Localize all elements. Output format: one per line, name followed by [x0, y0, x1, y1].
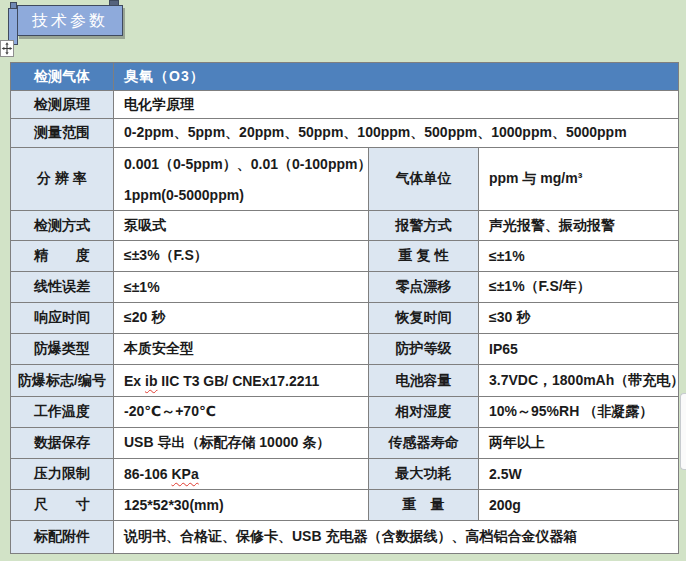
table-row: 工作温度 -20℃～+70℃ 相对湿度 10%～95%RH （非凝露） — [11, 397, 679, 428]
spec-value-cell: ≤±1% — [114, 272, 369, 303]
spec-label-cell: 防爆类型 — [11, 334, 114, 365]
spec-label-cell: 气体单位 — [369, 148, 479, 211]
spec-value-cell: 2.5W — [479, 459, 679, 490]
resolution-value: 0.001（0-5ppm）、0.01（0-100ppm） 1ppm(0-5000… — [124, 157, 362, 202]
table-row: 分 辨 率 0.001（0-5ppm）、0.01（0-100ppm） 1ppm(… — [11, 148, 679, 211]
document-page: { "banner": { "title": "技术参数" }, "colors… — [0, 0, 686, 561]
spec-value-cell: 200g — [479, 490, 679, 521]
spec-value-cell: 泵吸式 — [114, 211, 369, 241]
table-row: 精 度 ≤±3%（F.S） 重 复 性 ≤±1% — [11, 241, 679, 272]
spec-value-cell: IP65 — [479, 334, 679, 365]
spec-label-cell: 分 辨 率 — [11, 148, 114, 211]
spellcheck-flagged-text: KPa — [171, 466, 198, 482]
table-header-row: 检测气体 臭氧（O3） — [11, 63, 679, 91]
table-row: 防爆类型 本质安全型 防护等级 IP65 — [11, 334, 679, 365]
spec-value-cell: 本质安全型 — [114, 334, 369, 365]
spec-label-cell: 电池容量 — [369, 365, 479, 397]
spec-label-cell: 线性误差 — [11, 272, 114, 303]
spec-value-cell: -20℃～+70℃ — [114, 397, 369, 428]
table-row: 测量范围 0-2ppm、5ppm、20ppm、50ppm、100ppm、500p… — [11, 119, 679, 148]
spec-label-cell: 检测原理 — [11, 91, 114, 119]
spec-label-cell: 响应时间 — [11, 303, 114, 334]
header-value-cell: 臭氧（O3） — [114, 63, 679, 91]
spec-label-cell: 报警方式 — [369, 211, 479, 241]
spec-value-cell: ≤±1% — [479, 241, 679, 272]
table-row: 线性误差 ≤±1% 零点漂移 ≤±1%（F.S/年） — [11, 272, 679, 303]
spec-label-cell: 测量范围 — [11, 119, 114, 148]
spellcheck-flagged-text: ib — [145, 373, 157, 389]
move-handle-icon[interactable] — [0, 37, 14, 58]
spec-value-cell: 3.7VDC，1800mAh（带充电） — [479, 365, 679, 397]
table-row: 标配附件 说明书、合格证、保修卡、USB 充电器（含数据线）、高档铝合金仪器箱 — [11, 521, 679, 554]
spec-label-cell: 精 度 — [11, 241, 114, 272]
spec-label-cell: 恢复时间 — [369, 303, 479, 334]
resolution-line-1: 0.001（0-5ppm）、0.01（0-100ppm） — [124, 157, 362, 171]
spec-value-cell: ≤±1%（F.S/年） — [479, 272, 679, 303]
spec-label-cell: 检测方式 — [11, 211, 114, 241]
spec-value-cell: ≤±3%（F.S） — [114, 241, 369, 272]
spec-value-cell: 声光报警、振动报警 — [479, 211, 679, 241]
table-row: 压力限制 86-106 KPa 最大功耗 2.5W — [11, 459, 679, 490]
spec-value-cell: USB 导出（标配存储 10000 条） — [114, 428, 369, 459]
spec-value-cell: 两年以上 — [479, 428, 679, 459]
spec-label-cell: 最大功耗 — [369, 459, 479, 490]
spec-label-cell: 防爆标志/编号 — [11, 365, 114, 397]
spec-label-cell: 重 量 — [369, 490, 479, 521]
table-row: 响应时间 ≤20 秒 恢复时间 ≤30 秒 — [11, 303, 679, 334]
table-row: 检测原理 电化学原理 — [11, 91, 679, 119]
spec-label-cell: 重 复 性 — [369, 241, 479, 272]
spec-value-cell: 125*52*30(mm) — [114, 490, 369, 521]
spec-label-cell: 工作温度 — [11, 397, 114, 428]
spec-label-cell: 数据保存 — [11, 428, 114, 459]
spec-value-cell: ≤30 秒 — [479, 303, 679, 334]
spec-value-cell: Ex ib IIC T3 GB/ CNEx17.2211 — [114, 365, 369, 397]
spec-value-cell: 电化学原理 — [114, 91, 679, 119]
spec-label-cell: 标配附件 — [11, 521, 114, 554]
spec-label-cell: 零点漂移 — [369, 272, 479, 303]
banner-title: 技术参数 — [19, 6, 121, 36]
spec-label-cell: 相对湿度 — [369, 397, 479, 428]
spec-label-cell: 传感器寿命 — [369, 428, 479, 459]
spec-value-cell: ≤20 秒 — [114, 303, 369, 334]
spec-label-cell: 防护等级 — [369, 334, 479, 365]
value-text: 86-106 — [124, 466, 171, 482]
resolution-line-2: 1ppm(0-5000ppm) — [124, 188, 362, 202]
spec-label-cell: 尺 寸 — [11, 490, 114, 521]
title-banner: 技术参数 — [0, 0, 140, 58]
spec-value-cell: 10%～95%RH （非凝露） — [479, 397, 679, 428]
spec-value-cell: ppm 与 mg/m³ — [479, 148, 679, 211]
spec-value-cell: 86-106 KPa — [114, 459, 369, 490]
table-row: 数据保存 USB 导出（标配存储 10000 条） 传感器寿命 两年以上 — [11, 428, 679, 459]
spec-label-cell: 压力限制 — [11, 459, 114, 490]
spec-value-cell: 说明书、合格证、保修卡、USB 充电器（含数据线）、高档铝合金仪器箱 — [114, 521, 679, 554]
spec-table: 检测气体 臭氧（O3） 检测原理 电化学原理 测量范围 0-2ppm、5ppm、… — [10, 62, 679, 554]
scrollbar-thumb[interactable] — [680, 393, 686, 470]
spec-value-cell: 0.001（0-5ppm）、0.01（0-100ppm） 1ppm(0-5000… — [114, 148, 369, 211]
spec-value-cell: 0-2ppm、5ppm、20ppm、50ppm、100ppm、500ppm、10… — [114, 119, 679, 148]
table-row: 检测方式 泵吸式 报警方式 声光报警、振动报警 — [11, 211, 679, 241]
table-row: 防爆标志/编号 Ex ib IIC T3 GB/ CNEx17.2211 电池容… — [11, 365, 679, 397]
value-text: IIC T3 GB/ CNEx17.2211 — [157, 373, 319, 389]
table-row: 尺 寸 125*52*30(mm) 重 量 200g — [11, 490, 679, 521]
value-text: Ex — [124, 373, 145, 389]
header-label-cell: 检测气体 — [11, 63, 114, 91]
